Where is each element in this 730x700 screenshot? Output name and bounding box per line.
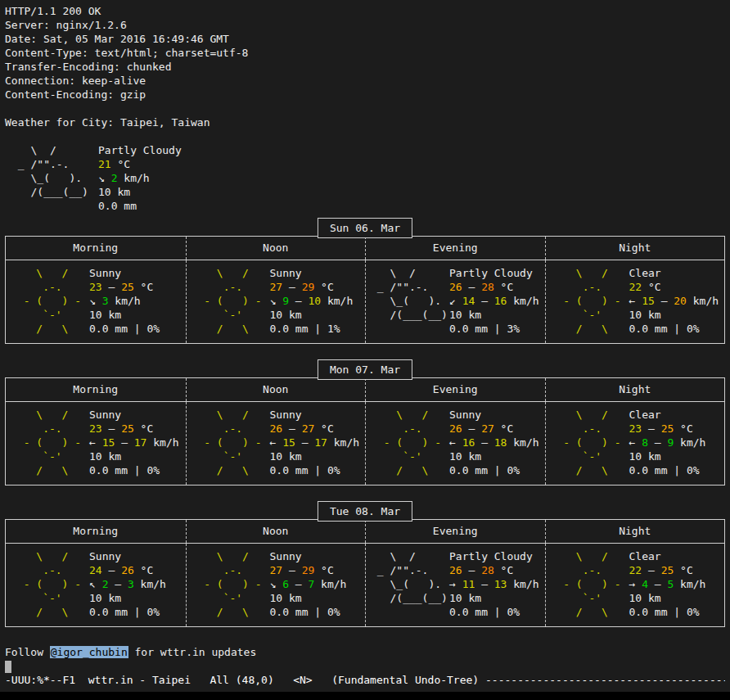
column-header-noon: Noon bbox=[186, 378, 366, 401]
text-segment: – bbox=[475, 436, 493, 449]
precipitation-text: 0.0 mm | 0% bbox=[629, 322, 719, 336]
sunny-icon: \ / .-. - ( ) - `-' / \ bbox=[192, 266, 264, 336]
text-segment: °C bbox=[674, 564, 692, 576]
text-segment: 0.0 mm | 0% bbox=[89, 323, 160, 335]
column-header-morning: Morning bbox=[6, 378, 186, 401]
twitter-handle-link[interactable]: @igor_chubin bbox=[50, 646, 128, 658]
text-segment: km/h bbox=[507, 436, 538, 449]
clear-icon: \ / .-. - ( ) - `-' / \ bbox=[551, 549, 623, 619]
text-segment: ← bbox=[270, 436, 283, 449]
text-segment: 10 km bbox=[449, 309, 481, 321]
text-segment: °C bbox=[134, 281, 153, 293]
wind-text: ← 8 – 9 km/h bbox=[629, 436, 706, 449]
current-conditions: \ / _ /"".-. \_( ). /(___(__)Partly Clou… bbox=[5, 143, 725, 213]
text-segment: 10 km bbox=[89, 450, 121, 463]
column-header-morning: Morning bbox=[6, 520, 186, 543]
visibility-text: 10 km bbox=[449, 308, 539, 322]
column-header-evening: Evening bbox=[365, 520, 545, 543]
text-segment: °C bbox=[134, 422, 153, 435]
forecast-table: MorningNoonEveningNight \ / .-. - ( ) - … bbox=[5, 236, 725, 344]
table-header-row: MorningNoonEveningNight bbox=[6, 378, 724, 402]
http-header-line: Date: Sat, 05 Mar 2016 16:49:46 GMT bbox=[5, 32, 725, 46]
text-segment: – bbox=[475, 295, 493, 307]
text-segment: 10 km bbox=[270, 450, 302, 463]
text-segment: Partly Cloudy bbox=[449, 550, 533, 562]
text-segment: 21 bbox=[98, 158, 111, 170]
temperature-text: 23 – 25 °C bbox=[89, 280, 160, 294]
visibility-text: 10 km bbox=[270, 308, 354, 322]
text-segment: – bbox=[102, 564, 121, 576]
text-segment: 18 bbox=[494, 436, 507, 449]
text-segment: km/h bbox=[314, 578, 346, 590]
text-segment: °C bbox=[111, 158, 130, 170]
text-segment: 0.0 mm | 0% bbox=[89, 464, 160, 476]
date-tab: Mon 07. Mar bbox=[318, 359, 412, 380]
condition-text: Sunny bbox=[270, 408, 360, 422]
text-segment: ↙ bbox=[449, 295, 462, 307]
date-tab: Sun 06. Mar bbox=[318, 218, 412, 238]
text-segment: – bbox=[462, 281, 481, 293]
visibility-text: 10 km bbox=[449, 449, 539, 463]
text-segment: ↘ bbox=[270, 578, 283, 590]
text-segment: km/h bbox=[674, 578, 705, 590]
text-segment: km/h bbox=[687, 295, 719, 307]
column-header-evening: Evening bbox=[365, 237, 545, 260]
wind-text: → 4 – 5 km/h bbox=[629, 577, 706, 591]
text-segment: – bbox=[282, 281, 301, 293]
text-segment: Clear bbox=[629, 267, 661, 279]
text-segment: 10 km bbox=[89, 592, 121, 604]
column-header-noon: Noon bbox=[186, 520, 366, 543]
visibility-text: 10 km bbox=[629, 591, 706, 605]
text-segment: Sunny bbox=[89, 409, 121, 421]
visibility-text: 10 km bbox=[449, 591, 539, 605]
text-segment: ↘ bbox=[98, 172, 111, 184]
forecast-day: Tue 08. MarMorningNoonEveningNight \ / .… bbox=[5, 501, 725, 627]
forecast-cell-evening: \ / .-. - ( ) - `-' / \Sunny26 – 27 °C← … bbox=[365, 402, 545, 485]
text-segment: – bbox=[648, 578, 667, 590]
sunny-icon: \ / .-. - ( ) - `-' / \ bbox=[11, 266, 83, 336]
wind-text: ← 15 – 17 km/h bbox=[89, 436, 179, 449]
text-segment: 23 bbox=[89, 422, 102, 435]
weather-details: Sunny23 – 25 °C← 15 – 17 km/h10 km0.0 mm… bbox=[89, 408, 179, 477]
text-segment: 10 km bbox=[449, 592, 481, 604]
temperature-text: 24 – 26 °C bbox=[89, 563, 166, 577]
text-segment: Sunny bbox=[270, 550, 302, 562]
text-segment: °C bbox=[674, 422, 692, 435]
temperature-text: 23 – 25 °C bbox=[629, 422, 706, 436]
text-segment: Sunny bbox=[270, 409, 302, 421]
text-segment: – bbox=[475, 578, 493, 590]
temperature-text: 27 – 29 °C bbox=[270, 280, 354, 294]
forecast-cell-evening: \ / _ /"".-. \_( ). /(___(__)Partly Clou… bbox=[365, 544, 545, 626]
http-header-line: Server: nginx/1.2.6 bbox=[5, 18, 725, 32]
text-segment: 27 bbox=[270, 564, 283, 576]
text-segment: 25 bbox=[121, 422, 134, 435]
text-segment: 26 bbox=[449, 422, 462, 435]
text-segment: 10 km bbox=[270, 592, 302, 604]
weather-details: Sunny24 – 26 °C↖ 2 – 3 km/h10 km0.0 mm |… bbox=[89, 549, 166, 619]
text-segment: °C bbox=[314, 564, 333, 576]
sunny-icon: \ / .-. - ( ) - `-' / \ bbox=[192, 408, 264, 477]
text-segment: km/h bbox=[674, 436, 705, 449]
text-segment: – bbox=[642, 564, 660, 576]
text-segment: 0.0 mm | 0% bbox=[89, 606, 160, 618]
text-segment: → bbox=[449, 578, 462, 590]
terminal-window[interactable]: HTTP/1.1 200 OKServer: nginx/1.2.6Date: … bbox=[0, 0, 730, 692]
text-segment: °C bbox=[314, 281, 333, 293]
precipitation-text: 0.0 mm | 0% bbox=[89, 605, 166, 619]
partly-cloudy-icon: \ / _ /"".-. \_( ). /(___(__) bbox=[11, 143, 88, 213]
table-header-row: MorningNoonEveningNight bbox=[6, 520, 724, 544]
sunny-icon: \ / .-. - ( ) - `-' / \ bbox=[371, 408, 443, 477]
visibility-text: 10 km bbox=[98, 185, 182, 199]
wind-text: ↘ 3 km/h bbox=[89, 294, 160, 308]
forecast-day: Mon 07. MarMorningNoonEveningNight \ / .… bbox=[5, 359, 725, 485]
text-segment: 15 bbox=[642, 295, 655, 307]
text-segment: km/h bbox=[327, 436, 359, 449]
wind-text: ← 16 – 18 km/h bbox=[449, 436, 539, 449]
text-segment: ← bbox=[89, 436, 102, 449]
text-segment: 16 bbox=[494, 295, 507, 307]
column-header-night: Night bbox=[545, 378, 725, 401]
text-segment: 22 bbox=[629, 281, 642, 293]
partly-cloudy-icon: \ / _ /"".-. \_( ). /(___(__) bbox=[371, 266, 443, 336]
text-segment: Partly Cloudy bbox=[449, 267, 533, 279]
text-segment: km/h bbox=[321, 295, 353, 307]
